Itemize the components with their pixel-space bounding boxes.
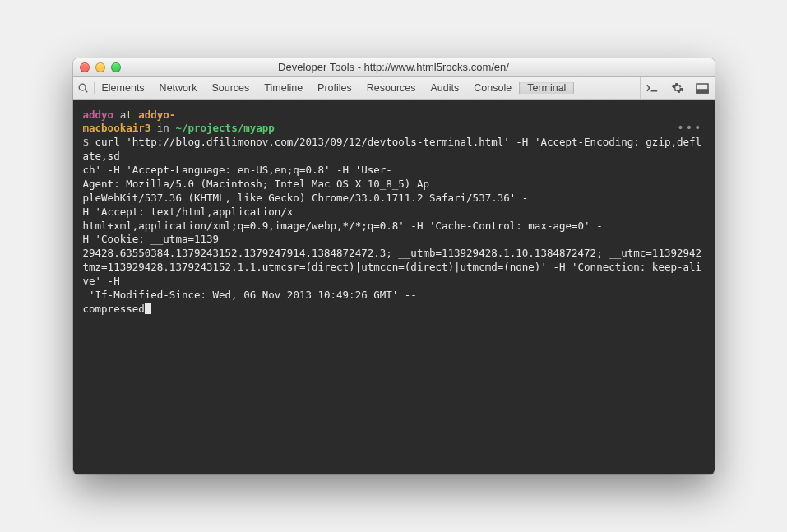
toolbar-right bbox=[640, 77, 715, 99]
prompt-path: ~/projects/myapp bbox=[175, 122, 274, 134]
tab-label: Audits bbox=[431, 82, 460, 94]
tab-audits[interactable]: Audits bbox=[424, 82, 467, 94]
tab-profiles[interactable]: Profiles bbox=[310, 82, 359, 94]
dock-icon[interactable] bbox=[690, 77, 715, 99]
output-line: pleWebKit/537.36 (KHTML, like Gecko) Chr… bbox=[83, 192, 529, 204]
overflow-menu-icon[interactable]: ••• bbox=[677, 120, 702, 136]
output-line: 'If-Modified-Since: Wed, 06 Nov 2013 10:… bbox=[83, 289, 417, 301]
prompt-at: at bbox=[113, 109, 138, 121]
output-line: Agent: Mozilla/5.0 (Macintosh; Intel Mac… bbox=[83, 178, 429, 190]
prompt-host: addyo- bbox=[138, 109, 175, 121]
close-button[interactable] bbox=[80, 62, 90, 72]
terminal-pane[interactable]: •••addyo at addyo- macbookair3 in ~/proj… bbox=[73, 100, 715, 474]
tab-label: Network bbox=[160, 82, 197, 94]
output-line: compressed bbox=[83, 303, 145, 315]
tab-console[interactable]: Console bbox=[466, 82, 519, 94]
tab-label: Profiles bbox=[317, 82, 352, 94]
devtools-window: Developer Tools - http://www.html5rocks.… bbox=[73, 58, 715, 474]
tab-label: Console bbox=[474, 82, 512, 94]
zoom-button[interactable] bbox=[111, 62, 121, 72]
minimize-button[interactable] bbox=[95, 62, 105, 72]
tab-label: Terminal bbox=[527, 82, 566, 94]
prompt-host2: macbookair3 bbox=[83, 122, 151, 134]
output-line: html+xml,application/xml;q=0.9,image/web… bbox=[83, 220, 603, 232]
tab-label: Timeline bbox=[264, 82, 303, 94]
toolbar-left: Elements Network Sources Timeline Profil… bbox=[73, 82, 640, 94]
prompt-in: in bbox=[150, 122, 175, 134]
output-line: H 'Cookie: __utma=1139 bbox=[83, 233, 220, 245]
settings-icon[interactable] bbox=[665, 77, 690, 99]
tab-label: Elements bbox=[102, 82, 145, 94]
tab-sources[interactable]: Sources bbox=[204, 82, 257, 94]
tab-label: Sources bbox=[211, 82, 249, 94]
prompt-user: addyo bbox=[83, 109, 114, 121]
output-line: 29428.63550384.1379243152.1379247914.138… bbox=[83, 247, 702, 259]
svg-point-0 bbox=[79, 84, 86, 90]
svg-line-1 bbox=[86, 90, 88, 93]
command-text: curl 'http://blog.dfilimonov.com/2013/09… bbox=[83, 136, 702, 162]
show-drawer-icon[interactable] bbox=[641, 77, 665, 99]
toolbar: Elements Network Sources Timeline Profil… bbox=[73, 77, 715, 100]
tab-label: Resources bbox=[367, 82, 416, 94]
output-line: ch' -H 'Accept-Language: en-US,en;q=0.8'… bbox=[83, 164, 392, 176]
output-line: tmz=113929428.1379243152.1.1.utmcsr=(dir… bbox=[83, 261, 702, 287]
svg-rect-4 bbox=[697, 90, 708, 93]
output-line: H 'Accept: text/html,application/x bbox=[83, 206, 294, 218]
window-title: Developer Tools - http://www.html5rocks.… bbox=[73, 61, 715, 73]
traffic-lights bbox=[73, 62, 121, 72]
titlebar[interactable]: Developer Tools - http://www.html5rocks.… bbox=[73, 58, 715, 77]
prompt-dollar: $ bbox=[83, 136, 95, 148]
inspect-icon[interactable] bbox=[73, 82, 95, 94]
tab-resources[interactable]: Resources bbox=[359, 82, 424, 94]
tab-terminal[interactable]: Terminal bbox=[519, 82, 574, 94]
tab-elements[interactable]: Elements bbox=[95, 82, 152, 94]
cursor bbox=[145, 303, 151, 314]
panel-tabs: Elements Network Sources Timeline Profil… bbox=[95, 82, 575, 94]
tab-timeline[interactable]: Timeline bbox=[257, 82, 310, 94]
tab-network[interactable]: Network bbox=[152, 82, 205, 94]
